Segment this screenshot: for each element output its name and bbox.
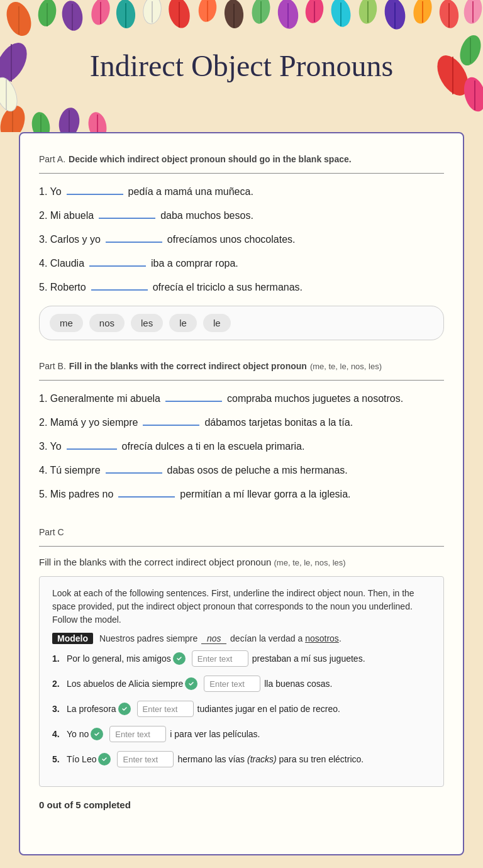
enter-text-3[interactable]: Enter text — [137, 701, 194, 717]
blank-b1[interactable] — [165, 391, 222, 402]
svg-point-16 — [223, 0, 245, 29]
svg-point-4 — [60, 0, 85, 32]
svg-point-24 — [329, 0, 353, 29]
svg-point-0 — [3, 0, 36, 39]
svg-point-40 — [57, 106, 82, 132]
main-content-card: Part A. Decide which indirect object pro… — [19, 132, 464, 855]
part-b-title: Part B. Fill in the blanks with the corr… — [39, 359, 444, 372]
enter-text-5[interactable]: Enter text — [117, 751, 174, 767]
svg-point-44 — [431, 50, 475, 101]
check-icon-2 — [185, 677, 197, 690]
progress-text: 0 out of 5 completed — [39, 799, 444, 810]
svg-point-50 — [0, 38, 33, 89]
blank-b5[interactable] — [118, 486, 175, 498]
svg-point-52 — [0, 75, 21, 114]
header-area: Indirect Object Pronouns — [0, 0, 483, 132]
part-b-divider — [39, 380, 444, 381]
check-icon-4 — [91, 728, 103, 740]
enter-text-1[interactable]: Enter text — [192, 650, 248, 667]
enter-text-2[interactable]: Enter text — [204, 676, 260, 692]
blank-5[interactable] — [91, 279, 148, 291]
part-c-title: Part C — [39, 525, 444, 538]
svg-point-22 — [304, 0, 326, 25]
part-b-section: Part B. Fill in the blanks with the corr… — [39, 359, 444, 500]
blank-2[interactable] — [99, 208, 155, 219]
svg-point-30 — [411, 0, 435, 26]
part-a-title: Part A. Decide which indirect object pro… — [39, 152, 444, 165]
svg-point-18 — [250, 0, 273, 25]
svg-point-46 — [456, 32, 483, 68]
modelo-row: Modelo Nuestros padres siempre nos decía… — [52, 633, 431, 644]
svg-point-6 — [89, 0, 113, 27]
blank-1[interactable] — [67, 184, 123, 195]
check-icon-3 — [118, 703, 131, 715]
part-c-sentence-2: 2. Los abuelos de Alicia siempre Enter t… — [52, 676, 431, 692]
sentence-row: 2. Mamá y yo siempre dábamos tarjetas bo… — [39, 415, 444, 428]
word-chip-les[interactable]: les — [131, 314, 163, 332]
part-a-divider — [39, 173, 444, 174]
svg-point-2 — [36, 0, 58, 28]
word-chip-le1[interactable]: le — [169, 314, 197, 332]
svg-point-10 — [142, 0, 163, 25]
svg-point-28 — [382, 0, 408, 31]
svg-point-26 — [357, 0, 379, 25]
word-bank: me nos les le le — [39, 306, 444, 340]
part-c-box-instructions: Look at each of the following sentences.… — [52, 587, 431, 626]
blank-b2[interactable] — [143, 415, 199, 426]
page-title: Indirect Object Pronouns — [77, 42, 406, 91]
word-chip-me[interactable]: me — [50, 314, 83, 332]
svg-point-8 — [115, 0, 136, 29]
part-c-sentence-5: 5. Tío Leo Enter text hermano las vías (… — [52, 751, 431, 767]
check-icon-5 — [98, 753, 111, 765]
part-a-section: Part A. Decide which indirect object pro… — [39, 152, 444, 340]
blank-3[interactable] — [106, 231, 162, 243]
sentence-row: 5. Roberto ofrecía el triciclo a sus her… — [39, 279, 444, 293]
part-c-section: Part C Fill in the blanks with the corre… — [39, 525, 444, 810]
blank-b3[interactable] — [67, 438, 117, 450]
sentence-row: 4. Tú siempre dabas osos de peluche a mi… — [39, 462, 444, 476]
svg-point-42 — [86, 111, 109, 132]
sentence-row: 1. Yo pedía a mamá una muñeca. — [39, 184, 444, 198]
part-c-instruction: Fill in the blanks with the correct indi… — [39, 557, 444, 567]
enter-text-4[interactable]: Enter text — [109, 726, 166, 742]
sentence-row: 1. Generalmente mi abuela compraba mucho… — [39, 391, 444, 404]
part-c-box: Look at each of the following sentences.… — [39, 576, 444, 787]
svg-point-14 — [197, 0, 219, 23]
sentence-row: 2. Mi abuela daba muchos besos. — [39, 208, 444, 221]
svg-point-34 — [462, 0, 483, 25]
part-c-sentence-4: 4. Yo no Enter text i para ver las pelíc… — [52, 726, 431, 742]
sentence-row: 3. Carlos y yo ofrecíamos unos chocolate… — [39, 231, 444, 245]
check-icon-1 — [173, 652, 186, 665]
blank-4[interactable] — [89, 255, 146, 267]
svg-point-48 — [460, 75, 483, 114]
svg-point-36 — [0, 103, 29, 132]
blank-b4[interactable] — [106, 462, 162, 474]
sentence-row: 4. Claudia iba a comprar ropa. — [39, 255, 444, 269]
svg-point-20 — [276, 0, 300, 30]
svg-point-32 — [438, 0, 460, 30]
part-c-sentence-3: 3. La profesora Enter text tudiantes jug… — [52, 701, 431, 717]
sentence-row: 5. Mis padres no permitían a mí llevar g… — [39, 486, 444, 500]
word-chip-le2[interactable]: le — [203, 314, 231, 332]
sentence-row: 3. Yo ofrecía dulces a ti en la escuela … — [39, 438, 444, 452]
word-chip-nos[interactable]: nos — [89, 314, 125, 332]
svg-point-38 — [30, 111, 52, 132]
part-c-sentence-1: 1. Por lo general, mis amigos Enter text… — [52, 650, 431, 667]
svg-point-12 — [165, 0, 193, 30]
part-c-divider — [39, 546, 444, 547]
